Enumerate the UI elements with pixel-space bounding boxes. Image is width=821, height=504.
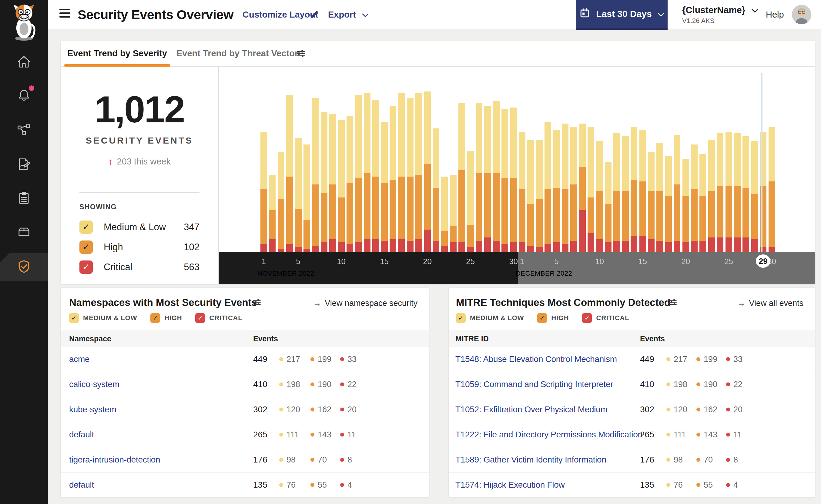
chart-bar[interactable] — [640, 130, 646, 252]
chart-bar[interactable] — [441, 177, 448, 252]
panel-settings-sliders-icon[interactable] — [252, 297, 262, 308]
help-link[interactable]: Help — [766, 0, 784, 29]
chart-bar[interactable] — [536, 140, 543, 252]
chart-bar[interactable] — [355, 95, 362, 252]
chart-bar[interactable] — [553, 130, 560, 252]
chart-bar[interactable] — [562, 124, 568, 252]
chart-bar[interactable] — [450, 175, 457, 252]
sidebar-item-threat-defense[interactable] — [0, 253, 48, 281]
chart-bar[interactable] — [381, 122, 388, 252]
severity-checkbox[interactable]: ✓ — [456, 313, 466, 323]
chart-bar[interactable] — [476, 103, 482, 252]
chart-bar[interactable] — [751, 141, 758, 252]
severity-checkbox[interactable]: ✓ — [537, 313, 547, 323]
chart-bar[interactable] — [321, 112, 327, 252]
chart-bar[interactable] — [665, 156, 672, 252]
user-avatar[interactable] — [792, 5, 811, 24]
date-range-button[interactable]: Last 30 Days — [576, 0, 668, 30]
chart-bar[interactable] — [312, 98, 319, 252]
chart-bar[interactable] — [278, 152, 284, 252]
chart-bar[interactable] — [648, 152, 655, 252]
chart-bar[interactable] — [613, 133, 620, 252]
severity-checkbox[interactable]: ✓ — [79, 221, 93, 234]
chart-bar[interactable] — [407, 98, 414, 252]
severity-checkbox[interactable]: ✓ — [582, 313, 592, 323]
severity-checkbox[interactable]: ✓ — [79, 260, 93, 274]
chart-bar[interactable] — [631, 127, 637, 252]
chart-bar[interactable] — [433, 128, 439, 252]
severity-chip-critical[interactable]: ✓ CRITICAL — [195, 313, 242, 323]
chart-settings-sliders-icon[interactable] — [296, 48, 307, 60]
chart-bar[interactable] — [769, 127, 775, 252]
chart-bar[interactable] — [544, 122, 551, 252]
chart-bar[interactable] — [700, 154, 706, 252]
row-link[interactable]: T1059: Command and Scripting Interpreter — [455, 380, 613, 389]
chart-bar[interactable] — [372, 100, 379, 252]
severity-chip-high[interactable]: ✓ HIGH — [537, 313, 569, 323]
chart-bar[interactable] — [717, 133, 723, 252]
row-link[interactable]: T1548: Abuse Elevation Control Mechanism — [455, 354, 617, 364]
hamburger-menu-icon[interactable] — [59, 9, 71, 20]
sidebar-item-home[interactable] — [0, 48, 48, 76]
panel-settings-sliders-icon[interactable] — [668, 297, 678, 308]
chart-bar[interactable] — [691, 144, 698, 252]
chart-bar[interactable] — [683, 159, 689, 252]
row-link[interactable]: default — [69, 430, 94, 439]
severity-chip-medium_low[interactable]: ✓ MEDIUM & LOW — [456, 313, 524, 323]
tab-event-trend-by-severity[interactable]: Event Trend by Severity — [64, 41, 170, 66]
row-link[interactable]: calico-system — [69, 380, 119, 389]
row-link[interactable]: T1222: File and Directory Permissions Mo… — [455, 430, 643, 439]
chart-bar[interactable] — [501, 109, 508, 252]
pencil-icon[interactable] — [309, 9, 320, 21]
view-namespace-security-link[interactable]: →View namespace security — [313, 299, 417, 308]
chart-bar[interactable] — [726, 132, 732, 252]
chart-bar[interactable] — [734, 133, 741, 252]
severity-chip-critical[interactable]: ✓ CRITICAL — [582, 313, 629, 323]
selected-day-pill[interactable]: 29 — [756, 254, 770, 268]
severity-chip-medium_low[interactable]: ✓ MEDIUM & LOW — [69, 313, 137, 323]
row-link[interactable]: T1589: Gather Victim Identity Informatio… — [455, 455, 606, 465]
chart-bar[interactable] — [364, 93, 371, 252]
chart-bar[interactable] — [510, 108, 517, 252]
sidebar-item-service-graph[interactable] — [0, 116, 48, 144]
chart-x-axis[interactable]: 151015202530NOVEMBER 2022151015202530DEC… — [219, 252, 815, 284]
severity-checkbox[interactable]: ✓ — [150, 313, 160, 323]
chart-bar[interactable] — [269, 175, 276, 252]
sidebar-item-workloads[interactable] — [0, 218, 48, 246]
chart-bar[interactable] — [605, 162, 611, 252]
chart-bar[interactable] — [674, 135, 680, 252]
chart-bar[interactable] — [743, 136, 749, 252]
chart-bar[interactable] — [304, 144, 310, 252]
row-link[interactable]: T1052: Exfiltration Over Physical Medium — [455, 405, 607, 414]
severity-checkbox[interactable]: ✓ — [79, 240, 93, 254]
row-link[interactable]: acme — [69, 354, 89, 364]
chart-bar[interactable] — [484, 106, 491, 252]
chart-bar[interactable] — [338, 120, 345, 252]
chart-bar[interactable] — [347, 116, 353, 252]
chart-bar[interactable] — [622, 136, 629, 252]
chart-bar[interactable] — [708, 140, 715, 252]
chart-bar[interactable] — [596, 141, 603, 252]
customize-layout-button[interactable]: Customize Layout — [243, 0, 318, 29]
chart-bar[interactable] — [527, 140, 534, 252]
severity-checkbox[interactable]: ✓ — [69, 313, 79, 323]
sidebar-item-policies[interactable] — [0, 151, 48, 179]
chart-bar[interactable] — [570, 127, 577, 252]
chart-bar[interactable] — [657, 143, 663, 252]
severity-chip-high[interactable]: ✓ HIGH — [150, 313, 182, 323]
chart-bar[interactable] — [519, 132, 525, 252]
cluster-selector[interactable]: {ClusterName} V1.26 AKS — [682, 5, 758, 25]
chart-bar[interactable] — [261, 132, 267, 252]
chart-bar[interactable] — [295, 138, 302, 252]
chart-bar[interactable] — [493, 101, 500, 252]
chart-bar[interactable] — [415, 93, 422, 252]
export-button[interactable]: Export — [328, 0, 369, 29]
chart-bar[interactable] — [286, 95, 293, 252]
severity-checkbox[interactable]: ✓ — [195, 313, 205, 323]
chart-bar[interactable] — [390, 106, 396, 252]
row-link[interactable]: T1574: Hijack Execution Flow — [455, 480, 564, 490]
row-link[interactable]: tigera-intrusion-detection — [69, 455, 160, 465]
chart-bar[interactable] — [424, 91, 431, 252]
chart-bar[interactable] — [467, 151, 474, 252]
sidebar-item-alerts[interactable] — [0, 82, 48, 110]
